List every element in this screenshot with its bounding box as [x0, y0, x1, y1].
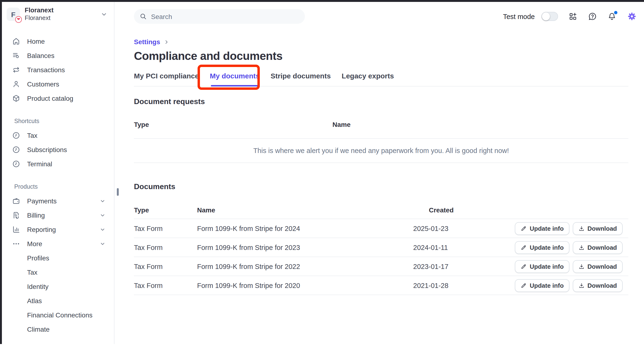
sidebar-item-home[interactable]: Home [2, 34, 114, 49]
sidebar-item-balances[interactable]: Balances [2, 49, 114, 63]
clock-icon [12, 131, 21, 140]
table-row: Tax Form Form 1099-K from Stripe for 202… [134, 238, 628, 257]
sidebar-item-billing[interactable]: Billing [2, 208, 114, 222]
sidebar-item-label: Tax [27, 132, 38, 139]
help-icon[interactable] [588, 12, 597, 21]
settings-gear-icon[interactable] [627, 12, 637, 21]
sidebar-shortcuts: Tax Subscriptions Terminal [2, 128, 114, 171]
download-button[interactable]: Download [573, 279, 623, 292]
notification-dot [614, 11, 618, 14]
download-button[interactable]: Download [573, 222, 623, 235]
sidebar-item-climate[interactable]: Climate [2, 322, 114, 336]
notifications-bell-icon[interactable] [608, 12, 616, 21]
search-input[interactable] [151, 13, 299, 20]
sidebar-item-label: Terminal [27, 160, 52, 168]
download-icon [578, 244, 585, 250]
app-window: F ❤ Floranext Floranext Home [0, 0, 644, 354]
tab-my-documents[interactable]: My documents [210, 72, 260, 86]
sidebar-item-atlas[interactable]: Atlas [2, 294, 114, 308]
tab-bar: My PCI compliance My documents Stripe do… [134, 72, 628, 87]
empty-state-message: This is where we alert you if we need an… [253, 147, 509, 154]
test-mode-toggle[interactable] [542, 12, 558, 21]
tab-legacy-exports[interactable]: Legacy exports [342, 72, 394, 86]
download-icon [578, 263, 585, 269]
download-button[interactable]: Download [573, 241, 623, 254]
test-mode-label: Test mode [503, 13, 535, 20]
search-icon [140, 13, 147, 20]
balances-icon [12, 51, 21, 60]
cell-name: Form 1099-K from Stripe for 2020 [197, 281, 300, 289]
cell-name: Form 1099-K from Stripe for 2024 [197, 224, 300, 232]
table-row: Tax Form Form 1099-K from Stripe for 202… [134, 257, 628, 276]
sidebar-scrollbar-thumb[interactable] [117, 188, 119, 196]
tab-my-pci-compliance[interactable]: My PCI compliance [134, 72, 199, 86]
window-frame-top [0, 0, 644, 2]
sidebar-item-subscriptions-shortcut[interactable]: Subscriptions [2, 143, 114, 157]
sidebar-products: Payments Billing Reporting [2, 194, 114, 336]
sidebar-item-label: Financial Connections [27, 311, 92, 319]
reporting-icon [12, 225, 21, 234]
update-info-button[interactable]: Update info [515, 260, 570, 273]
table-row: Tax Form Form 1099-K from Stripe for 202… [134, 219, 628, 238]
sidebar-item-product-catalog[interactable]: Product catalog [2, 91, 114, 106]
sidebar-item-label: Payments [27, 197, 57, 205]
chevron-right-icon [164, 39, 169, 45]
sidebar-item-terminal-shortcut[interactable]: Terminal [2, 157, 114, 171]
more-dots-icon [12, 239, 21, 248]
column-header-type: Type [134, 121, 149, 128]
sidebar-item-label: Tax [27, 268, 38, 276]
sidebar-item-label: Reporting [27, 226, 56, 233]
sidebar-nav: Home Balances Transactions Customers [2, 34, 114, 106]
page-title: Compliance and documents [134, 49, 628, 63]
sidebar-item-tax-shortcut[interactable]: Tax [2, 128, 114, 143]
chevron-down-icon[interactable] [100, 198, 106, 204]
account-name: Floranext [25, 7, 101, 14]
chevron-down-icon [101, 11, 107, 18]
breadcrumb-settings-link[interactable]: Settings [134, 38, 160, 46]
account-switcher[interactable]: F ❤ Floranext Floranext [7, 7, 109, 22]
sidebar-item-label: Customers [27, 80, 59, 88]
floranext-logo-icon: ❤ [15, 16, 22, 23]
sidebar-item-label: Balances [27, 52, 54, 59]
document-requests-title: Document requests [134, 97, 628, 106]
sidebar-item-label: Home [27, 38, 45, 45]
cell-type: Tax Form [134, 243, 163, 251]
tab-stripe-documents[interactable]: Stripe documents [270, 72, 330, 86]
sidebar-item-payments[interactable]: Payments [2, 194, 114, 208]
chevron-down-icon[interactable] [100, 212, 106, 218]
window-frame-left [0, 0, 2, 344]
main-area: Test mode Settings [114, 2, 644, 354]
sidebar-item-profiles[interactable]: Profiles [2, 251, 114, 265]
pencil-icon [521, 282, 527, 288]
home-icon [12, 37, 21, 46]
table-row: Tax Form Form 1099-K from Stripe for 202… [134, 276, 628, 295]
update-info-button[interactable]: Update info [515, 241, 570, 254]
sidebar-item-reporting[interactable]: Reporting [2, 222, 114, 237]
chevron-down-icon[interactable] [100, 227, 106, 232]
sidebar-item-tax[interactable]: Tax [2, 265, 114, 279]
apps-grid-icon[interactable] [568, 12, 578, 21]
sidebar-item-customers[interactable]: Customers [2, 77, 114, 91]
sidebar-item-more[interactable]: More [2, 237, 114, 251]
download-icon [578, 225, 585, 231]
sidebar-item-label: Billing [27, 211, 45, 219]
toggle-knob [542, 12, 550, 21]
pencil-icon [521, 263, 527, 269]
download-button[interactable]: Download [573, 260, 623, 273]
sidebar-item-financial-connections[interactable]: Financial Connections [2, 308, 114, 322]
chevron-down-icon[interactable] [100, 241, 106, 247]
sidebar-item-transactions[interactable]: Transactions [2, 63, 114, 77]
topbar: Test mode [134, 9, 637, 24]
documents-header: Type Name Created [134, 206, 628, 215]
search-bar[interactable] [134, 9, 305, 24]
clock-icon [12, 160, 21, 168]
product-catalog-icon [12, 94, 21, 103]
update-info-button[interactable]: Update info [515, 222, 570, 235]
column-header-created: Created [429, 206, 454, 214]
update-info-button[interactable]: Update info [515, 279, 570, 292]
cell-type: Tax Form [134, 224, 163, 232]
transactions-icon [12, 66, 21, 74]
sidebar-item-label: Profiles [27, 254, 49, 262]
sidebar-item-identity[interactable]: Identity [2, 279, 114, 294]
account-subtitle: Floranext [25, 14, 101, 22]
